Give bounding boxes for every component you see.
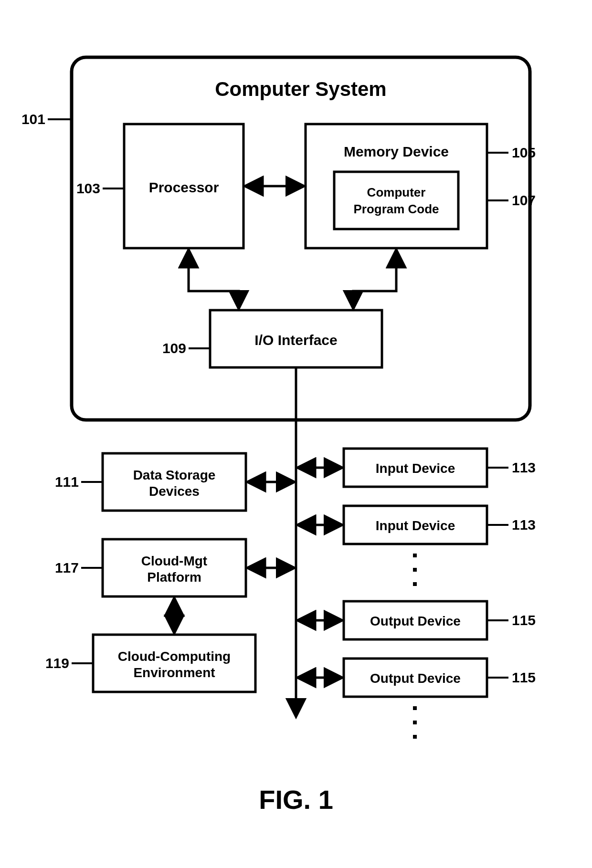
ref-113b: 113 (512, 517, 536, 533)
io-interface-label: I/O Interface (254, 332, 337, 348)
computer-system-title: Computer System (215, 78, 386, 100)
cloud-env-label-1: Cloud-Computing (118, 649, 231, 664)
data-storage-label-2: Devices (149, 484, 200, 499)
ref-107: 107 (512, 192, 536, 208)
ref-113a: 113 (512, 460, 536, 475)
figure-caption: FIG. 1 (259, 784, 333, 815)
svg-rect-4 (413, 721, 417, 724)
ref-105: 105 (512, 145, 536, 160)
ref-115b: 115 (512, 669, 536, 685)
input-device-label-2: Input Device (376, 518, 455, 533)
program-code-box (334, 172, 458, 229)
cloud-mgt-label-2: Platform (147, 570, 201, 585)
program-code-label-1: Computer (367, 185, 426, 199)
ref-115a: 115 (512, 612, 536, 628)
svg-rect-5 (413, 735, 417, 739)
memory-device-label: Memory Device (344, 144, 449, 159)
ref-117: 117 (55, 560, 79, 575)
output-device-label-2: Output Device (370, 671, 461, 686)
svg-rect-0 (413, 554, 417, 557)
cloud-env-label-2: Environment (133, 665, 215, 680)
data-storage-label-1: Data Storage (133, 468, 216, 482)
ref-109: 109 (162, 340, 186, 356)
output-device-label-1: Output Device (370, 614, 461, 628)
cloud-mgt-label-1: Cloud-Mgt (141, 554, 207, 568)
svg-rect-3 (413, 706, 417, 710)
ref-103: 103 (76, 180, 100, 196)
ref-101: 101 (21, 111, 45, 127)
processor-io-arrow (189, 251, 239, 308)
ref-111: 111 (55, 474, 79, 490)
ellipsis-outputs (413, 706, 417, 739)
ref-119: 119 (45, 655, 69, 671)
computer-system-box (72, 57, 530, 420)
processor-label: Processor (149, 179, 219, 195)
svg-rect-2 (413, 582, 417, 586)
svg-rect-1 (413, 568, 417, 572)
program-code-label-2: Program Code (353, 202, 439, 216)
memory-io-arrow (353, 251, 396, 308)
input-device-label-1: Input Device (376, 461, 455, 476)
ellipsis-inputs (413, 554, 417, 586)
